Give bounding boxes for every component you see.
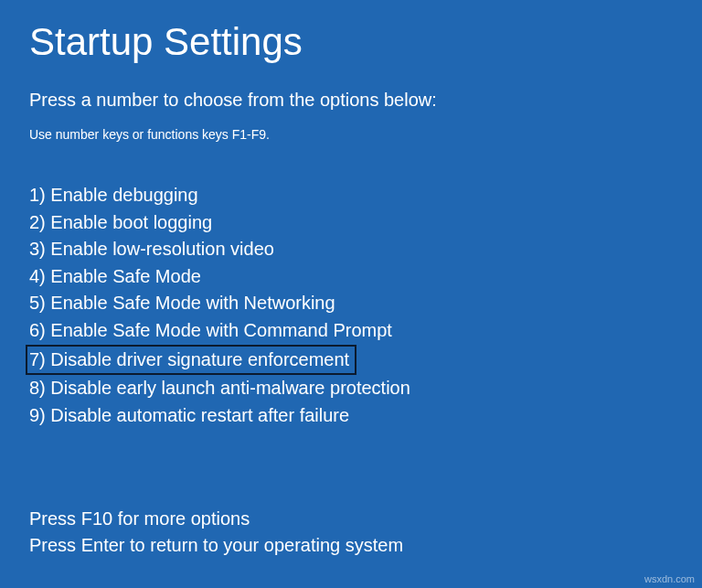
option-item-2[interactable]: 2) Enable boot logging <box>29 209 673 237</box>
option-label: 8) Disable early launch anti-malware pro… <box>29 378 410 398</box>
option-item-8[interactable]: 8) Disable early launch anti-malware pro… <box>29 375 673 402</box>
option-label: 5) Enable Safe Mode with Networking <box>29 293 335 313</box>
options-list: 1) Enable debugging 2) Enable boot loggi… <box>29 182 673 429</box>
footer-return-os: Press Enter to return to your operating … <box>29 532 403 559</box>
option-label: 9) Disable automatic restart after failu… <box>29 405 349 425</box>
option-item-4[interactable]: 4) Enable Safe Mode <box>29 263 673 291</box>
option-item-5[interactable]: 5) Enable Safe Mode with Networking <box>29 290 673 317</box>
option-item-1[interactable]: 1) Enable debugging <box>29 182 673 209</box>
footer-more-options: Press F10 for more options <box>29 506 403 532</box>
page-title: Startup Settings <box>29 20 673 64</box>
option-item-9[interactable]: 9) Disable automatic restart after failu… <box>29 402 673 430</box>
option-item-7[interactable]: 7) Disable driver signature enforcement <box>29 345 673 376</box>
option-item-3[interactable]: 3) Enable low-resolution video <box>29 236 673 263</box>
option-label: 3) Enable low-resolution video <box>29 239 274 259</box>
option-label-highlighted: 7) Disable driver signature enforcement <box>26 345 356 376</box>
hint-text: Use number keys or functions keys F1-F9. <box>29 127 673 142</box>
option-label: 2) Enable boot logging <box>29 212 212 232</box>
footer: Press F10 for more options Press Enter t… <box>29 506 403 559</box>
option-label: 4) Enable Safe Mode <box>29 266 201 286</box>
watermark: wsxdn.com <box>644 573 695 584</box>
option-label: 1) Enable debugging <box>29 185 198 205</box>
subtitle-text: Press a number to choose from the option… <box>29 90 673 111</box>
option-item-6[interactable]: 6) Enable Safe Mode with Command Prompt <box>29 317 673 345</box>
option-label: 6) Enable Safe Mode with Command Prompt <box>29 320 392 340</box>
